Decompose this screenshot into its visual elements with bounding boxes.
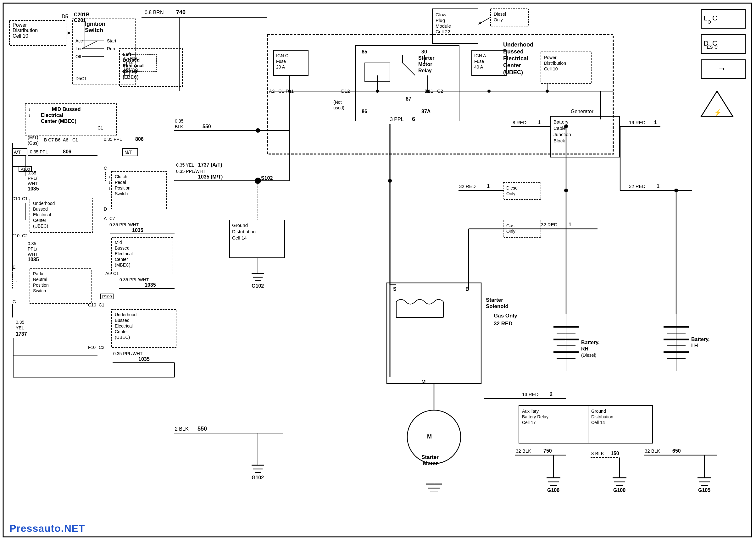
svg-text:Electrical: Electrical: [115, 324, 133, 329]
svg-text:↓: ↓: [108, 174, 111, 179]
svg-text:550: 550: [198, 426, 207, 432]
svg-text:Center: Center: [115, 329, 128, 334]
svg-text:Position: Position: [115, 186, 130, 191]
svg-text:Acc: Acc: [76, 38, 83, 43]
svg-text:Cell 14: Cell 14: [232, 235, 247, 240]
svg-text:Cell 22: Cell 22: [436, 29, 450, 34]
svg-point-368: [545, 89, 549, 93]
svg-text:8 RED: 8 RED: [513, 120, 527, 125]
svg-text:G105: G105: [698, 487, 710, 493]
svg-text:CRANK: CRANK: [124, 56, 138, 61]
svg-text:C201: C201: [74, 18, 86, 23]
svg-text:1737: 1737: [16, 331, 27, 337]
svg-text:↓: ↓: [28, 113, 31, 118]
svg-text:M: M: [421, 379, 425, 384]
svg-text:8 BLK: 8 BLK: [591, 451, 604, 456]
svg-text:Cell 14: Cell 14: [591, 420, 605, 425]
svg-text:Fuse: Fuse: [124, 61, 133, 66]
svg-text:(Gas): (Gas): [28, 141, 39, 146]
svg-text:ES: ES: [707, 45, 713, 50]
svg-text:150: 150: [611, 451, 619, 456]
svg-text:C201B: C201B: [74, 12, 89, 17]
svg-text:C1: C1: [99, 302, 104, 307]
svg-text:C2: C2: [22, 233, 28, 238]
svg-text:M/T: M/T: [124, 150, 132, 155]
svg-text:Only: Only: [506, 229, 516, 234]
svg-text:Position: Position: [33, 283, 49, 288]
svg-text:C1: C1: [22, 196, 28, 201]
svg-text:0.35: 0.35: [28, 241, 36, 246]
svg-text:32 BLK: 32 BLK: [645, 448, 660, 454]
svg-text:1035: 1035: [145, 282, 156, 288]
svg-text:Switch: Switch: [115, 191, 128, 196]
svg-text:Electrical: Electrical: [33, 212, 51, 217]
svg-text:WHT: WHT: [28, 252, 38, 257]
svg-text:Cell 10: Cell 10: [13, 33, 28, 39]
svg-text:(MBEC): (MBEC): [115, 262, 130, 267]
svg-text:0.35: 0.35: [28, 170, 36, 175]
svg-text:0.35 PPL/WHT: 0.35 PPL/WHT: [109, 222, 139, 227]
svg-text:1035 (M/T): 1035 (M/T): [198, 174, 223, 180]
svg-text:L: L: [703, 14, 707, 22]
svg-text:Motor: Motor: [423, 461, 438, 467]
svg-text:↓: ↓: [108, 186, 111, 191]
svg-text:Diesel: Diesel: [494, 12, 506, 17]
svg-text:10 A: 10 A: [124, 66, 132, 70]
svg-text:Solenoid: Solenoid: [486, 303, 509, 309]
svg-text:550: 550: [203, 124, 211, 129]
svg-text:S102: S102: [261, 175, 273, 181]
svg-text:13 RED: 13 RED: [522, 392, 539, 397]
svg-text:used): used): [333, 105, 344, 110]
svg-text:C: C: [712, 39, 717, 47]
svg-text:Ignition: Ignition: [85, 21, 105, 27]
svg-point-372: [674, 189, 678, 193]
svg-text:32 RED: 32 RED: [629, 184, 646, 189]
svg-text:20 A: 20 A: [276, 65, 285, 69]
svg-text:1035: 1035: [28, 186, 39, 192]
svg-text:(Not: (Not: [333, 100, 342, 105]
svg-text:G106: G106: [547, 487, 559, 493]
svg-text:C1: C1: [113, 271, 119, 276]
svg-text:32 RED: 32 RED: [494, 321, 513, 327]
svg-point-371: [564, 189, 568, 193]
svg-text:Diesel: Diesel: [506, 186, 519, 191]
svg-text:G100: G100: [613, 487, 626, 493]
svg-text:IGN A: IGN A: [474, 53, 486, 58]
svg-text:Starter: Starter: [486, 297, 503, 303]
svg-text:Center: Center: [115, 257, 128, 262]
svg-text:Distribution: Distribution: [591, 414, 613, 419]
svg-text:Ground: Ground: [232, 222, 248, 228]
svg-text:P100: P100: [102, 294, 112, 299]
svg-text:40 A: 40 A: [474, 65, 483, 69]
svg-text:Cable: Cable: [553, 125, 566, 131]
svg-text:2 BLK: 2 BLK: [175, 426, 189, 432]
svg-text:D5: D5: [62, 14, 68, 19]
svg-point-370: [388, 179, 392, 183]
svg-text:1: 1: [654, 120, 657, 125]
svg-text:2: 2: [550, 392, 552, 397]
svg-text:Power: Power: [13, 22, 27, 28]
svg-text:Switch: Switch: [33, 288, 46, 293]
svg-text:Pedal: Pedal: [115, 180, 126, 185]
svg-text:1035: 1035: [132, 227, 143, 233]
svg-text:Distribution: Distribution: [13, 28, 38, 33]
svg-text:3 PPL: 3 PPL: [390, 117, 404, 122]
svg-text:Starter: Starter: [418, 55, 435, 61]
svg-rect-0: [0, 0, 756, 540]
svg-text:0.8 BRN: 0.8 BRN: [145, 10, 164, 15]
svg-text:IGN C: IGN C: [276, 53, 288, 58]
svg-text:MID Bussed: MID Bussed: [52, 106, 81, 112]
svg-text:Neutral: Neutral: [33, 277, 47, 282]
diagram-container: L O C D ES C C → ⚡ Power Distribution Ce…: [0, 0, 756, 540]
svg-text:Switch: Switch: [85, 27, 103, 33]
svg-text:F10: F10: [12, 233, 20, 238]
svg-text:S: S: [393, 286, 396, 292]
svg-text:32 RED: 32 RED: [459, 184, 476, 189]
svg-text:Power: Power: [544, 55, 557, 60]
svg-text:1737 (A/T): 1737 (A/T): [198, 162, 222, 168]
svg-text:D: D: [104, 206, 107, 211]
svg-text:YEL: YEL: [16, 325, 24, 330]
svg-point-369: [564, 124, 568, 128]
svg-text:RH: RH: [581, 346, 588, 351]
svg-text:Start: Start: [107, 38, 116, 43]
